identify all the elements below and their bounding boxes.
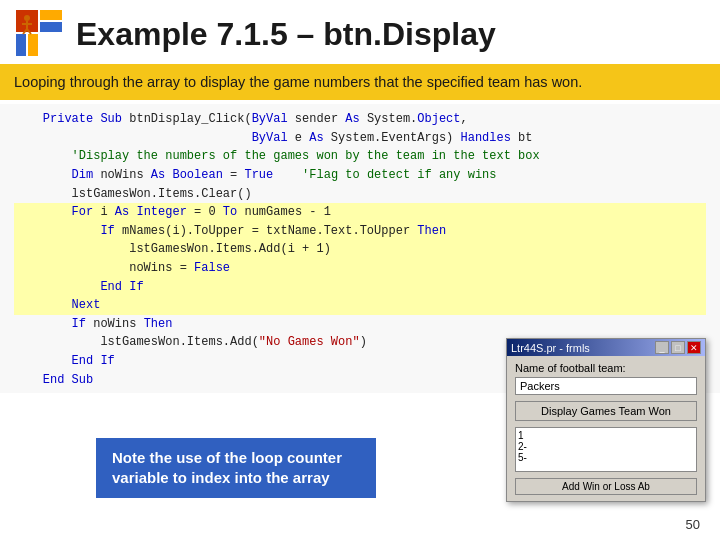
code-line-8: lstGamesWon.Items.Add(i + 1) <box>14 240 706 259</box>
maximize-button[interactable]: □ <box>671 341 685 354</box>
description-banner: Looping through the array to display the… <box>0 64 720 100</box>
mini-window-title-text: Ltr44S.pr - frmls <box>511 342 590 354</box>
display-games-button[interactable]: Display Games Team Won <box>515 401 697 421</box>
code-line-3: 'Display the numbers of the games won by… <box>14 147 706 166</box>
note-box: Note the use of the loop counter variabl… <box>96 438 376 499</box>
team-name-label: Name of football team: <box>515 362 697 374</box>
page-number: 50 <box>686 517 700 532</box>
note-text: Note the use of the loop counter variabl… <box>112 449 342 486</box>
code-line-5: lstGamesWon.Items.Clear() <box>14 185 706 204</box>
code-line-7: If mNames(i).ToUpper = txtName.Text.ToUp… <box>14 222 706 241</box>
listbox-item: 2- <box>518 441 694 452</box>
add-win-loss-button[interactable]: Add Win or Loss Ab <box>515 478 697 495</box>
svg-point-5 <box>24 15 30 21</box>
svg-rect-2 <box>40 22 62 32</box>
window-controls: _ □ ✕ <box>655 341 701 354</box>
listbox-item: 1 <box>518 430 694 441</box>
listbox-item: 5- <box>518 452 694 463</box>
svg-rect-4 <box>28 34 38 56</box>
vb-logo-icon <box>16 10 64 58</box>
minimize-button[interactable]: _ <box>655 341 669 354</box>
games-listbox[interactable]: 1 2- 5- <box>515 427 697 472</box>
mini-app-window: Ltr44S.pr - frmls _ □ ✕ Name of football… <box>506 338 706 502</box>
header: Example 7.1.5 – btn.Display <box>0 0 720 64</box>
code-line-9: noWins = False <box>14 259 706 278</box>
team-name-input[interactable] <box>515 377 697 395</box>
code-line-4: Dim noWins As Boolean = True 'Flag to de… <box>14 166 706 185</box>
close-button[interactable]: ✕ <box>687 341 701 354</box>
code-line-10: End If <box>14 278 706 297</box>
code-line-1: Private Sub btnDisplay_Click(ByVal sende… <box>14 110 706 129</box>
mini-window-body: Name of football team: Display Games Tea… <box>507 356 705 501</box>
svg-rect-3 <box>16 34 26 56</box>
code-line-12: If noWins Then <box>14 315 706 334</box>
page-title: Example 7.1.5 – btn.Display <box>76 16 496 53</box>
svg-rect-1 <box>40 10 62 20</box>
mini-window-titlebar: Ltr44S.pr - frmls _ □ ✕ <box>507 339 705 356</box>
code-line-11: Next <box>14 296 706 315</box>
code-line-6: For i As Integer = 0 To numGames - 1 <box>14 203 706 222</box>
code-line-2: ByVal e As System.EventArgs) Handles bt <box>14 129 706 148</box>
